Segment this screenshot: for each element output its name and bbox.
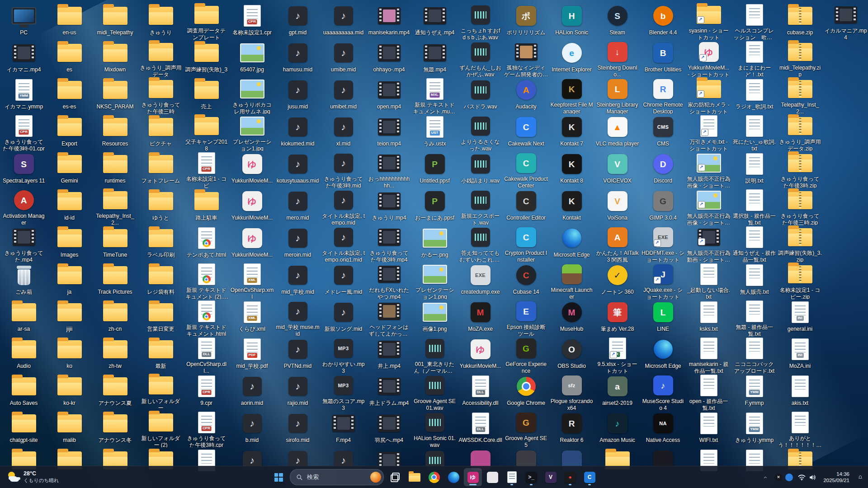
desktop-icon[interactable]: タイトル未設定, tempo.mid bbox=[321, 188, 366, 225]
desktop-icon[interactable]: uaaaaaaaaa.mid bbox=[321, 3, 366, 40]
desktop-icon[interactable]: だれもFXいれたやつ.mp4 bbox=[366, 262, 412, 299]
desktop-icon[interactable]: フォトフレーム bbox=[138, 151, 184, 188]
desktop-icon[interactable]: PDFmid_学校.pdf bbox=[229, 336, 275, 373]
weather-widget[interactable]: 28°C くもりのち晴れ bbox=[5, 469, 66, 485]
desktop-icon[interactable]: HALion Sonic 01.wav bbox=[412, 410, 458, 447]
tray-icon-app-1[interactable]: ✕ bbox=[774, 474, 782, 481]
taskbar-app-google-chrome[interactable] bbox=[425, 468, 443, 486]
desktop-icon[interactable]: midi_Telepathy bbox=[92, 3, 138, 40]
desktop-icon[interactable]: MMuseHub bbox=[549, 299, 594, 336]
desktop-icon[interactable]: gpt.mid bbox=[275, 3, 321, 40]
desktop-icon[interactable]: 調声練習(失敗)_3 bbox=[184, 40, 229, 77]
desktop-icon[interactable]: ありがとう！！！！！！.txt bbox=[777, 410, 823, 447]
desktop-icon[interactable]: ごみ箱 bbox=[1, 262, 47, 299]
desktop-icon[interactable]: DLLOpenCvSharp.dll... bbox=[184, 336, 229, 373]
desktop-icon[interactable]: hamusu.mid bbox=[275, 40, 321, 77]
desktop-icon[interactable]: ゆYukkuriMovieM... bbox=[229, 225, 275, 262]
desktop-icon[interactable]: 調査用データテンプレート bbox=[184, 3, 229, 40]
desktop-icon[interactable]: manisekarin.mp4 bbox=[366, 3, 412, 40]
desktop-icon[interactable]: ずんだもん_しおかぜふ.wav bbox=[458, 40, 503, 77]
desktop-icon[interactable]: Audio bbox=[1, 336, 47, 373]
desktop-icon[interactable]: VVoiSona bbox=[594, 188, 640, 225]
desktop-icon[interactable]: ohhayo-.mp4 bbox=[366, 40, 412, 77]
desktop-icon[interactable]: eInternet Explorer bbox=[549, 40, 594, 77]
desktop-icon[interactable]: 新規エクスポート.wav bbox=[458, 188, 503, 225]
desktop-icon[interactable]: きゅうりポカコレ用サムネ.jpg bbox=[229, 77, 275, 114]
desktop-icon[interactable]: わかりやすい.mp3 bbox=[321, 336, 366, 373]
desktop-icon[interactable]: LSteinberg Library Manager bbox=[594, 77, 640, 114]
desktop-icon[interactable]: CPR名称未設定1.cpr bbox=[229, 3, 275, 40]
desktop-icon[interactable]: きゅうり食ってた午後3時.mp4 bbox=[366, 225, 412, 262]
desktop-icon[interactable]: NANative Access bbox=[640, 410, 686, 447]
desktop-icon[interactable]: mero.mid bbox=[275, 188, 321, 225]
desktop-icon[interactable]: ko bbox=[47, 336, 92, 373]
desktop-icon[interactable]: X↗9.5.xlsx - ショートカット bbox=[594, 336, 640, 373]
desktop-icon[interactable]: PUntitled.ppsf bbox=[412, 151, 458, 188]
taskbar-app-terminal[interactable]: >_ bbox=[522, 468, 540, 486]
desktop-icon[interactable]: Microsoft Edge bbox=[640, 336, 686, 373]
desktop-icon[interactable]: PVTNd.mid bbox=[275, 336, 321, 373]
desktop-icon[interactable]: MMoZA.exe bbox=[458, 299, 503, 336]
desktop-icon[interactable]: DLLAWSSDK.Core.dll bbox=[458, 410, 503, 447]
desktop-icon[interactable]: TimeTune bbox=[92, 225, 138, 262]
desktop-icon[interactable]: SSpectraLayers 11 bbox=[1, 151, 47, 188]
desktop-icon[interactable]: bBlender 4.4 bbox=[640, 3, 686, 40]
desktop-icon[interactable]: CCubase 14 bbox=[503, 262, 549, 299]
desktop-icon[interactable]: イカマニ.mp4 bbox=[1, 40, 47, 77]
desktop-icon[interactable]: es-es bbox=[47, 77, 92, 114]
desktop-icon[interactable]: umibe.mid bbox=[321, 40, 366, 77]
desktop-icon[interactable]: きゅうり食ってた午後3時.mid bbox=[321, 151, 366, 188]
desktop-icon[interactable]: VVOICEVOX bbox=[594, 151, 640, 188]
desktop-icon[interactable]: WIFI.txt bbox=[686, 410, 731, 447]
desktop-icon[interactable]: es bbox=[47, 40, 92, 77]
desktop-icon[interactable]: きゅうり食ってた午後三時 bbox=[138, 77, 184, 114]
tray-icon-app-2[interactable] bbox=[785, 474, 793, 481]
desktop-icon[interactable]: b.mid bbox=[229, 410, 275, 447]
desktop-icon[interactable]: おっhhhhhhhhhhhh... bbox=[366, 151, 412, 188]
desktop-icon[interactable]: umibet.mid bbox=[321, 77, 366, 114]
start-button[interactable] bbox=[269, 468, 288, 486]
desktop-icon[interactable]: ↓Steinberg Downlo... bbox=[594, 40, 640, 77]
desktop-icon[interactable]: ksks.txt bbox=[686, 299, 731, 336]
desktop-icon[interactable]: sirofo.mid bbox=[275, 410, 321, 447]
desktop-icon[interactable]: ピクチャ bbox=[138, 114, 184, 151]
desktop-icon[interactable]: GGIMP 3.0.4 bbox=[640, 188, 686, 225]
desktop-icon[interactable]: teion.mp4 bbox=[366, 114, 412, 151]
desktop-icon[interactable]: きゅうり_調声用データ bbox=[138, 40, 184, 77]
desktop-icon[interactable]: DDiscord bbox=[640, 151, 686, 188]
desktop-icon[interactable]: 説明.txt bbox=[731, 151, 777, 188]
desktop-icon[interactable]: 答え知っててもむずいわこれ.wav bbox=[458, 225, 503, 262]
desktop-icon[interactable]: 筆筆まめ Ver.28 bbox=[594, 299, 640, 336]
desktop-icon[interactable]: きゅうり食ってた午後3時.zip bbox=[777, 151, 823, 188]
desktop-icon[interactable]: 父子キャンプ2018 bbox=[184, 114, 229, 151]
desktop-icon[interactable]: rajio.mid bbox=[275, 373, 321, 410]
desktop-icon[interactable]: 無題 - 親作品一覧.txt bbox=[731, 299, 777, 336]
desktop-icon[interactable]: 新規ソング.mid bbox=[321, 299, 366, 336]
desktop-icon[interactable]: Resources bbox=[92, 114, 138, 151]
desktop-icon[interactable]: かるー.png bbox=[412, 225, 458, 262]
desktop-icon[interactable]: kiokumed.mid bbox=[275, 114, 321, 151]
desktop-icon[interactable]: よりうるさくなった.wav bbox=[458, 114, 503, 151]
desktop-icon[interactable]: ヘルスコンプレッション＿歌詞.txt bbox=[731, 3, 777, 40]
desktop-icon[interactable]: きゅうり食ってた.mp4 bbox=[1, 225, 47, 262]
desktop-icon[interactable]: ↗万引きメモ.txt - ショートカット bbox=[686, 114, 731, 151]
desktop-icon[interactable]: _起動しない場合.txt bbox=[686, 262, 731, 299]
desktop-icon[interactable]: ja bbox=[47, 262, 92, 299]
desktop-icon[interactable]: ↗無人販売不正行為画像 - ショートカット bbox=[686, 188, 731, 225]
desktop-icon[interactable]: Minecraft Launcher bbox=[549, 262, 594, 299]
desktop-icon[interactable]: CPRきゅうり食ってた午後3時.cpr bbox=[184, 410, 229, 447]
desktop-icon[interactable]: 死にたい_ゅ歌詞.txt bbox=[731, 114, 777, 151]
desktop-icon[interactable]: YMMきゅうり.ymmp bbox=[731, 410, 777, 447]
desktop-icon[interactable]: PC bbox=[1, 3, 47, 40]
desktop-icon[interactable]: CCrypton Product Installer bbox=[503, 225, 549, 262]
taskbar-app-microsoft-edge[interactable] bbox=[444, 468, 462, 486]
desktop-icon[interactable]: メドレー風.mid bbox=[321, 262, 366, 299]
desktop-icon[interactable]: Pおーまにあ.ppsf bbox=[412, 188, 458, 225]
desktop-icon[interactable]: NKSC_PARAM bbox=[92, 77, 138, 114]
search-highlight-icon[interactable] bbox=[370, 472, 381, 483]
search-box[interactable]: 検索 bbox=[290, 469, 384, 485]
desktop-icon[interactable]: CController Editor bbox=[503, 188, 549, 225]
desktop-icon[interactable]: ↗syasinn - ショートカット bbox=[686, 3, 731, 40]
desktop-icon[interactable]: open - 親作品一覧.txt bbox=[686, 373, 731, 410]
desktop-icon[interactable]: 001_東北きりたん（ノーマル）_今じゃ….wav bbox=[412, 336, 458, 373]
